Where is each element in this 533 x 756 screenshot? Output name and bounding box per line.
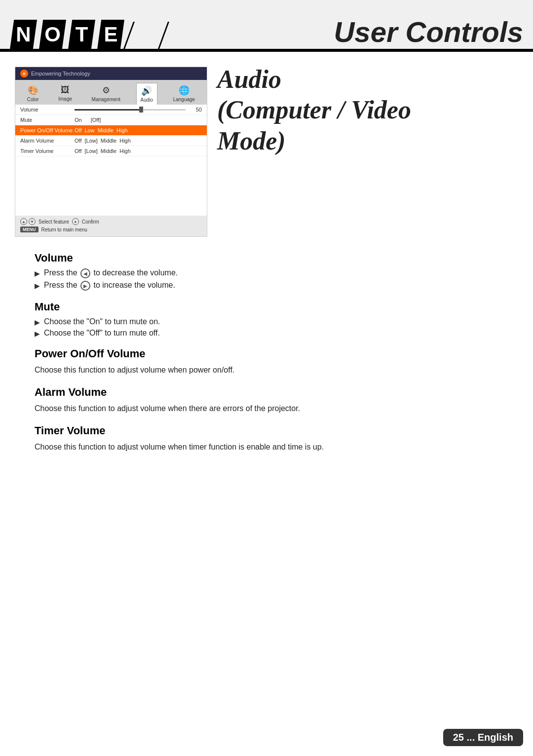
section-mute: Mute ▶ Choose the "On" to turn mute on. … [35,301,508,338]
volume-slider[interactable] [75,109,186,111]
bullet-text-2: Press the ▶ to increase the volume. [44,281,175,291]
confirm-label: Confirm [82,219,99,225]
osd-row-timer-volume: Timer Volume Off [Low] Middle High [15,146,207,156]
osd-label-alarm-volume: Alarm Volume [20,138,75,144]
section-title-timer-volume: Timer Volume [35,424,508,437]
bullet-arrow-2: ▶ [35,282,40,290]
up-btn: ▲ [20,218,27,225]
logo-o: O [39,20,66,49]
footer-badge: 25 ... English [443,729,523,746]
osd-spacer [15,156,207,216]
osd-value-power-volume: Off Low Middle High [75,127,202,133]
slider-track [75,109,186,111]
bullet-arrow-1: ▶ [35,269,40,277]
osd-value-timer-volume: Off [Low] Middle High [75,148,202,154]
osd-footer-select: ▲ ▼ Select feature ● Confirm [20,218,202,225]
page-title: User Controls [334,15,523,49]
osd-panel: e Empowering Technology 🎨 Color 🖼 Image … [15,67,207,237]
osd-tab-management-label: Management [92,97,120,102]
bullet-mute-on: ▶ Choose the "On" to turn mute on. [35,317,508,326]
tv-high: High [119,148,131,154]
pv-off: Off [75,127,81,133]
audio-icon: 🔊 [141,85,152,96]
osd-footer-menu: MENU Return to main menu [20,227,202,232]
color-icon: 🎨 [28,85,38,96]
section-title-alarm-volume: Alarm Volume [35,386,508,399]
tv-low: [Low] [84,148,97,154]
osd-row-alarm-volume: Alarm Volume Off [Low] Middle High [15,136,207,146]
osd-label-power-volume: Power On/Off Volume [20,127,75,133]
osd-tab-audio-label: Audio [141,97,153,103]
pv-middle: Middle [98,127,114,133]
osd-label-volume: Volume [20,107,75,113]
section-title-power-volume: Power On/Off Volume [35,347,508,360]
osd-value-alarm-volume: Off [Low] Middle High [75,138,202,144]
slider-fill [75,109,141,111]
confirm-btn: ● [72,218,79,225]
section-volume: Volume ▶ Press the ◀ to decrease the vol… [35,252,508,291]
mute-off: [Off] [91,117,101,123]
tv-off: Off [75,148,81,154]
header: N O T E User Controls [0,0,533,52]
slider-thumb [139,107,143,113]
bullet-volume-decrease: ▶ Press the ◀ to decrease the volume. [35,268,508,278]
bullet-text-4: Choose the "Off" to turn mute off. [44,329,160,338]
content-area: Volume ▶ Press the ◀ to decrease the vol… [0,247,533,468]
av-middle: Middle [101,138,116,144]
main-content: e Empowering Technology 🎨 Color 🖼 Image … [0,52,533,247]
management-icon: ⚙ [102,85,110,96]
mode-title: Audio(Computer / VideoMode) [217,64,518,156]
logo-e: E [97,20,124,49]
menu-btn: MENU [20,227,38,232]
osd-row-volume: Volume 50 [15,105,207,115]
osd-tab-color[interactable]: 🎨 Color [23,83,43,105]
left-arrow-icon: ◀ [80,268,90,278]
bullet-text-3: Choose the "On" to turn mute on. [44,317,160,326]
down-btn: ▼ [29,218,36,225]
bullet-arrow-3: ▶ [35,318,40,326]
bullet-arrow-4: ▶ [35,330,40,338]
menu-text: Return to main menu [41,227,87,232]
desc-panel: Audio(Computer / VideoMode) [217,62,518,237]
language-label: ... English [467,732,513,743]
pv-low: Low [84,127,94,133]
osd-value-mute: On [Off] [75,117,202,123]
osd-label-mute: Mute [20,117,75,123]
av-low: [Low] [84,138,97,144]
bullet-text-1: Press the ◀ to decrease the volume. [44,268,178,278]
av-high: High [119,138,131,144]
osd-tab-color-label: Color [27,97,39,102]
pv-high: High [116,127,128,133]
osd-row-power-volume: Power On/Off Volume Off Low Middle High [15,125,207,136]
osd-tab-management[interactable]: ⚙ Management [88,83,124,105]
page-number: 25 [453,732,464,743]
osd-header: e Empowering Technology [15,67,207,80]
mute-on: On [75,117,82,123]
osd-row-mute: Mute On [Off] [15,115,207,125]
logo-n: N [10,20,37,49]
osd-header-text: Empowering Technology [31,71,90,76]
osd-tab-image-label: Image [58,96,72,102]
osd-tab-image[interactable]: 🖼 Image [54,83,76,105]
section-body-power-volume: Choose this function to adjust volume wh… [35,364,508,376]
osd-logo: e [20,70,28,77]
section-alarm-volume: Alarm Volume Choose this function to adj… [35,386,508,415]
osd-tab-language-label: Language [173,97,195,102]
bullet-volume-increase: ▶ Press the ▶ to increase the volume. [35,281,508,291]
section-body-alarm-volume: Choose this function to adjust volume wh… [35,403,508,415]
section-title-volume: Volume [35,252,508,265]
osd-footer: ▲ ▼ Select feature ● Confirm MENU Return… [15,216,207,236]
osd-tabs: 🎨 Color 🖼 Image ⚙ Management 🔊 Audio 🌐 L… [15,80,207,105]
image-icon: 🖼 [61,85,70,95]
logo-t: T [68,20,95,49]
section-power-volume: Power On/Off Volume Choose this function… [35,347,508,376]
section-timer-volume: Timer Volume Choose this function to adj… [35,424,508,453]
volume-value: 50 [190,107,202,113]
osd-tab-audio[interactable]: 🔊 Audio [136,83,158,105]
language-icon: 🌐 [179,85,190,96]
osd-value-volume: 50 [75,107,202,113]
osd-content: Volume 50 Mute On [Off] [15,105,207,216]
osd-label-timer-volume: Timer Volume [20,148,75,154]
right-arrow-icon: ▶ [80,281,90,291]
osd-tab-language[interactable]: 🌐 Language [169,83,199,105]
